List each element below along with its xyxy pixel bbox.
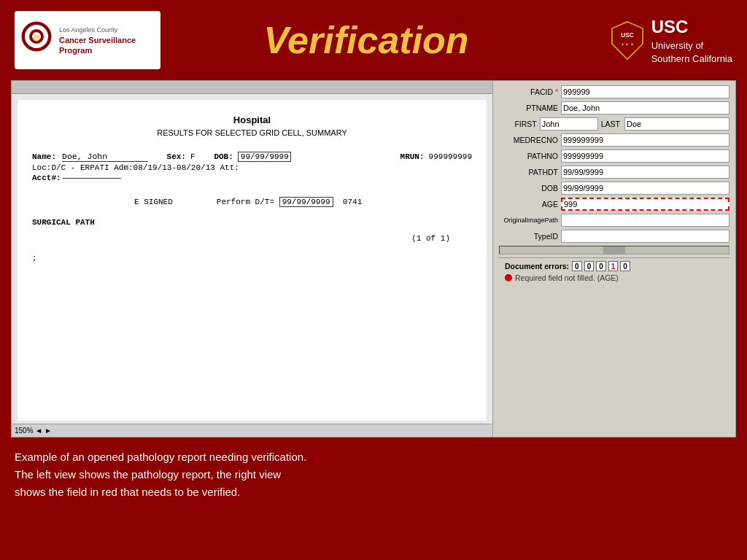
doc-panel: Hospital RESULTS FOR SELECTED GRID CELL,…	[12, 81, 493, 437]
first-last-row: FIRST LAST	[499, 117, 729, 131]
mrun-value: 999999999	[429, 152, 472, 161]
pathdt-row: PATHDT	[499, 166, 729, 179]
bottom-line1: Example of an opened pathology report ne…	[15, 451, 306, 463]
pathdt-input[interactable]	[561, 166, 729, 179]
logo-right: USC ✦ ✦ ✦ USC University of Southern Cal…	[572, 15, 732, 66]
errors-label-text: Document errors:	[505, 262, 569, 271]
doc-subtitle: RESULTS FOR SELECTED GRID CELL, SUMMARY	[32, 128, 472, 137]
age-input[interactable]	[561, 198, 729, 211]
name-sex-row: Name: Doe, John Sex: F DOB: 99/99/9999 M…	[32, 152, 472, 162]
ptname-input[interactable]	[561, 101, 729, 114]
svg-text:USC: USC	[621, 31, 633, 38]
usc-shield-icon: USC ✦ ✦ ✦	[609, 20, 646, 61]
scrollbar-thumb	[603, 246, 625, 254]
last-label: LAST	[601, 120, 620, 128]
dob-input[interactable]	[561, 182, 729, 195]
original-image-path-input[interactable]	[561, 214, 729, 227]
bottom-text: Example of an opened pathology report ne…	[0, 438, 747, 501]
doc-errors: Document errors: 0 0 0 1 0 Required fiel…	[499, 257, 729, 285]
pathno-row: PATHNO	[499, 149, 729, 163]
first-label: FIRST	[499, 120, 540, 128]
dob-field-label: DOB	[499, 184, 561, 192]
mrun-label: MRUN:	[400, 152, 425, 161]
facid-input[interactable]	[561, 85, 729, 98]
medrecno-input[interactable]	[561, 133, 729, 147]
acct-label: Acct#:	[32, 174, 61, 182]
zoom-level: 150%	[15, 427, 34, 435]
age-row: AGE	[499, 198, 729, 211]
error-counts: 0 0 0 1 0	[572, 261, 630, 271]
name-value-line: Doe, John	[62, 152, 148, 162]
program-label: Program	[59, 46, 92, 55]
error-count-2: 0	[596, 261, 606, 271]
bottom-line3: shows the field in red that needs to be …	[15, 486, 240, 498]
error-count-1: 0	[584, 261, 595, 271]
name-label: Name:	[32, 152, 56, 161]
sex-value: F	[190, 152, 196, 161]
surgical-path: SURGICAL PATH	[32, 218, 472, 227]
logo-text: Los Angeles County Cancer Surveillance P…	[59, 24, 136, 55]
bottom-line2: The left view shows the pathology report…	[15, 468, 281, 481]
facid-row: FACID	[499, 85, 729, 98]
error-count-3: 1	[608, 261, 619, 271]
first-last-inputs: LAST	[540, 117, 729, 131]
svg-marker-5	[612, 21, 643, 58]
facid-label: FACID	[499, 88, 561, 96]
error-message-text: Required field not filled. (AGE)	[515, 273, 619, 282]
southern-label: Southern California	[651, 53, 732, 64]
signed-label: E SIGNED	[134, 198, 173, 206]
error-dot-icon	[505, 274, 512, 281]
dob-label: DOB:	[214, 152, 233, 161]
scrollbar[interactable]	[499, 246, 729, 254]
typeid-row: TypeID	[499, 230, 729, 243]
last-input[interactable]	[624, 117, 729, 131]
loc-value: Loc:D/C - ERPATI Adm:08/19/13-08/20/13 A…	[32, 163, 239, 172]
first-input[interactable]	[540, 117, 598, 131]
ptname-label: PTNAME	[499, 104, 561, 112]
doc-errors-label: Document errors: 0 0 0 1 0	[505, 261, 724, 271]
perform-label: Perform D/T= 99/99/9999 0741	[217, 197, 362, 207]
svg-text:✦ ✦ ✦: ✦ ✦ ✦	[621, 42, 634, 46]
cancer-surveillance-icon: ♋	[20, 20, 53, 61]
ptname-row: PTNAME	[499, 101, 729, 114]
error-count-4: 0	[620, 261, 630, 271]
logo-left: ♋ Los Angeles County Cancer Surveillance…	[15, 11, 160, 69]
sex-label: Sex:	[167, 152, 186, 161]
perform-time: 0741	[343, 198, 362, 206]
pathno-label: PATHNO	[499, 152, 561, 160]
cancer-surveillance-label: Cancer Surveillance	[59, 36, 136, 44]
pathno-input[interactable]	[561, 149, 729, 163]
doc-content: Hospital RESULTS FOR SELECTED GRID CELL,…	[18, 100, 487, 421]
doc-title: Hospital	[32, 114, 472, 125]
page-info: (1 of 1)	[32, 234, 450, 243]
error-count-0: 0	[572, 261, 582, 271]
loc-row: Loc:D/C - ERPATI Adm:08/19/13-08/20/13 A…	[32, 163, 472, 172]
page-title: Verification	[160, 18, 572, 62]
doc-status-bar: 150% ◄ ►	[12, 424, 492, 437]
la-county-label: Los Angeles County	[59, 26, 117, 34]
dob-box: 99/99/9999	[238, 152, 291, 162]
typeid-input[interactable]	[561, 230, 729, 243]
acct-row: Acct#:	[32, 174, 472, 182]
original-image-path-label: OriginalImagePath	[499, 217, 561, 224]
perform-value: 99/99/9999	[279, 197, 333, 207]
pathdt-label: PATHDT	[499, 168, 561, 176]
typeid-label: TypeID	[499, 232, 561, 241]
age-label: AGE	[499, 200, 561, 209]
signed-row: E SIGNED Perform D/T= 99/99/9999 0741	[32, 197, 472, 207]
usc-text: USC University of Southern California	[651, 15, 732, 66]
doc-semicolon: ;	[32, 254, 472, 262]
header: ♋ Los Angeles County Cancer Surveillance…	[0, 0, 747, 80]
medrecno-row: MEDRECNO	[499, 133, 729, 147]
acct-line	[63, 178, 121, 179]
usc-label: USC	[651, 15, 732, 39]
main-content: Hospital RESULTS FOR SELECTED GRID CELL,…	[11, 80, 736, 438]
error-message: Required field not filled. (AGE)	[505, 273, 724, 282]
doc-toolbar	[12, 81, 492, 94]
dob-row: DOB	[499, 182, 729, 195]
fields-panel: FACID PTNAME FIRST LAST MEDRECNO PATHNO	[493, 81, 735, 437]
university-label: University of	[651, 40, 704, 51]
original-image-path-row: OriginalImagePath	[499, 214, 729, 227]
svg-text:♋: ♋	[33, 34, 40, 42]
medrecno-label: MEDRECNO	[499, 136, 561, 144]
